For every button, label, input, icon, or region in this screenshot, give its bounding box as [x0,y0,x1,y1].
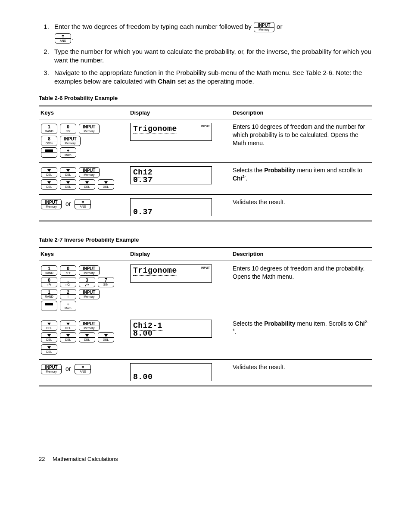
key-down: DEL [41,320,57,331]
key-input-inline: INPUT Memory [254,22,274,32]
key-down: DEL [60,320,76,331]
key-3: 3y^x [79,277,95,287]
lcd-display: Chi2 0.37 [130,166,212,184]
desc: Validates the result. [231,359,372,386]
desc: Enters 10 degrees of freedom and the num… [231,119,372,163]
key-shift [41,147,57,158]
table2-row1: 1RAND 0nPr INPUTMemory 0nPr .nCr 3y^x 7S… [39,261,372,316]
key-shift [41,301,57,311]
desc: Validates the result. [231,194,372,221]
key-1: 1RAND [41,265,57,276]
step-2: Type the number for which you want to ca… [51,47,372,65]
key-input: INPUTMemory [79,265,100,276]
desc: Selects the Probability menu item. Scrol… [231,316,372,359]
th-display: Display [128,106,231,119]
page-footer: 22 Mathematical Calculations [39,455,372,463]
th-desc: Description [231,106,372,119]
table2-row2: DEL DEL INPUTMemory DEL DEL DEL DEL DEL … [39,316,372,359]
key-1: 1RAND [41,124,57,134]
table1-row3: INPUTMemory or =ANS 0.37 Validates the r… [39,194,372,221]
key-input: INPUTMemory [79,320,100,331]
key-down: DEL [41,344,57,355]
key-sequence: 1RAND 0nPr INPUTMemory 8OD% INPUTMemory … [40,123,127,158]
desc: Enters 10 degrees of freedom and the pro… [231,261,372,316]
key-input: INPUTMemory [79,289,100,299]
key-down: DEL [79,332,95,342]
key-input: INPUTMemory [60,136,81,146]
lcd-display: 0.37 [130,198,212,216]
table1-caption: Table 2-6 Probability Example [39,94,372,102]
key-down: DEL [60,179,76,190]
key-down: DEL [41,179,57,190]
table1: Keys Display Description 1RAND 0nPr INPU… [39,106,372,221]
table1-row1: 1RAND 0nPr INPUTMemory 8OD% INPUTMemory … [39,119,372,163]
th-desc: Description [231,247,372,261]
desc: Selects the Probability menu item and sc… [231,162,372,194]
key-sequence: INPUTMemory or =ANS [40,198,127,210]
key-down: DEL [41,167,57,177]
key-sequence: DEL DEL INPUTMemory DEL DEL DEL DEL DEL [40,320,127,355]
key-equals: =ANS [75,364,91,374]
key-0: 0nPr [60,124,76,134]
lcd-display: Chi2-1 8.00 [130,320,212,338]
key-down: DEL [79,179,95,190]
key-0: 0nPr [41,277,57,287]
key-down: DEL [60,167,76,177]
key-down: DEL [98,332,114,342]
step-1: Enter the two degrees of freedom by typi… [51,22,372,44]
key-down: DEL [60,332,76,342]
key-0: 0nPr [60,265,76,276]
key-1: 1RAND [41,289,57,299]
step-3: Navigate to the appropriate function in … [51,68,372,86]
key-input: INPUTMemory [79,167,100,177]
lcd-display: INPUT Trigonome [130,264,212,283]
step1-text-b: or [277,23,282,30]
lcd-display: INPUT Trigonome [130,123,212,141]
steps-list: Enter the two degrees of freedom by typi… [39,22,372,86]
key-dot: .nCr [60,277,76,287]
key-2: 2! [60,289,76,299]
table1-row2: DEL DEL INPUTMemory DEL DEL DEL DEL Chi2… [39,162,372,194]
key-input: INPUTMemory [41,364,62,374]
key-div-math: ÷Math [60,147,76,158]
key-down: DEL [98,179,114,190]
table2-row3: INPUTMemory or =ANS 8.00 Validates the r… [39,359,372,386]
key-equals-inline: = ANS [55,33,71,44]
key-sequence: DEL DEL INPUTMemory DEL DEL DEL DEL [40,166,127,190]
step1-text-c: . [72,34,73,41]
key-equals: =ANS [75,199,91,209]
page-number: 22 [39,456,45,462]
th-keys: Keys [39,247,128,261]
key-8: 8OD% [41,136,57,146]
th-keys: Keys [39,106,128,119]
key-down: DEL [41,332,57,342]
key-input: INPUTMemory [41,199,62,209]
key-div-math: ÷Math [60,301,76,311]
table2-caption: Table 2-7 Inverse Probability Example [39,236,372,244]
lcd-display: 8.00 [130,363,212,381]
key-7: 7SIN [98,277,114,287]
key-sequence: 1RAND 0nPr INPUTMemory 0nPr .nCr 3y^x 7S… [40,264,127,311]
step1-text-a: Enter the two degrees of freedom by typi… [54,23,253,30]
th-display: Display [128,247,231,261]
key-input: INPUTMemory [79,124,100,134]
key-sequence: INPUTMemory or =ANS [40,363,127,375]
footer-title: Mathematical Calculations [53,456,118,462]
table2: Keys Display Description 1RAND 0nPr INPU… [39,247,372,386]
